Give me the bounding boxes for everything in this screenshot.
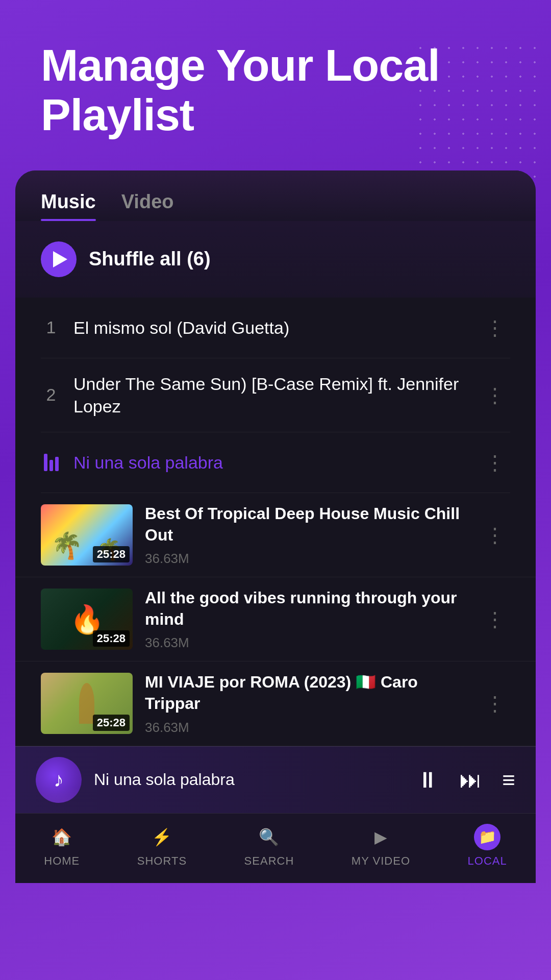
equalizer-icon [41,454,61,471]
track-title: Under The Same Sun) [B-Case Remix] ft. J… [73,373,468,418]
track-more-button[interactable]: ⋮ [481,519,510,551]
list-item[interactable]: 25:28 Best Of Tropical Deep House Music … [15,493,536,577]
page-title: Manage Your Local Playlist [41,41,520,140]
track-more-button[interactable]: ⋮ [481,447,510,478]
track-title: El mismo sol (David Guetta) [73,316,468,339]
pause-button[interactable]: ⏸ [416,767,439,793]
nav-item-local[interactable]: 📁 LOCAL [468,824,507,868]
track-info: Under The Same Sun) [B-Case Remix] ft. J… [73,373,468,418]
track-size: 36.63M [145,551,468,567]
list-item[interactable]: 1 El mismo sol (David Guetta) ⋮ [41,298,510,358]
track-info: All the good vibes running through your … [145,587,468,651]
track-size: 36.63M [145,635,468,651]
track-duration: 25:28 [93,715,130,731]
header-section: Manage Your Local Playlist [0,0,551,170]
nav-item-search[interactable]: 🔍 SEARCH [244,824,294,868]
track-list: 1 El mismo sol (David Guetta) ⋮ 2 Under … [15,298,536,493]
nav-label-shorts: SHORTS [137,854,187,868]
nav-item-home[interactable]: 🏠 HOME [44,824,80,868]
list-item[interactable]: 25:28 MI VIAJE por ROMA (2023) 🇮🇹 Caro T… [15,662,536,746]
my-video-icon: ▶ [367,824,394,850]
track-duration: 25:28 [93,630,130,647]
track-more-button[interactable]: ⋮ [481,379,510,411]
tab-music[interactable]: Music [41,191,96,221]
track-thumbnail: 25:28 [41,504,133,566]
nav-label-my-video: MY VIDEO [352,854,410,868]
tab-video[interactable]: Video [121,191,174,221]
list-item[interactable]: 25:28 All the good vibes running through… [15,577,536,662]
list-item[interactable]: Ni una sola palabra ⋮ [41,432,510,493]
home-icon: 🏠 [48,824,75,850]
track-number: 1 [41,317,61,337]
track-title: Best Of Tropical Deep House Music Chill … [145,503,468,546]
track-thumbnail: 25:28 [41,673,133,734]
shorts-icon: ⚡ [148,824,175,850]
track-more-button[interactable]: ⋮ [481,312,510,344]
track-title: All the good vibes running through your … [145,587,468,630]
next-button[interactable]: ⏭ [459,767,482,793]
track-thumbnail: 25:28 [41,589,133,650]
track-title-playing: Ni una sola palabra [73,451,468,474]
track-duration: 25:28 [93,546,130,562]
waveform-decoration [36,788,82,803]
now-playing-title: Ni una sola palabra [94,770,404,789]
list-item[interactable]: 2 Under The Same Sun) [B-Case Remix] ft.… [41,358,510,432]
now-playing-bar: Ni una sola palabra ⏸ ⏭ ≡ [15,746,536,813]
track-title: MI VIAJE por ROMA (2023) 🇮🇹 Caro Trippar [145,672,468,714]
track-number: 2 [41,385,61,405]
bottom-navigation: 🏠 HOME ⚡ SHORTS 🔍 SEARCH ▶ MY VIDEO 📁 LO… [15,813,536,883]
playback-controls: ⏸ ⏭ ≡ [416,767,515,793]
shuffle-row[interactable]: Shuffle all (6) [15,221,536,298]
search-icon: 🔍 [256,824,282,850]
track-more-button[interactable]: ⋮ [481,603,510,635]
track-size: 36.63M [145,720,468,736]
track-info: Best Of Tropical Deep House Music Chill … [145,503,468,567]
tabs-container: Music Video [15,170,536,221]
nav-label-local: LOCAL [468,854,507,868]
queue-button[interactable]: ≡ [502,767,515,793]
track-info: MI VIAJE por ROMA (2023) 🇮🇹 Caro Trippar… [145,672,468,735]
nav-label-home: HOME [44,854,80,868]
nav-item-shorts[interactable]: ⚡ SHORTS [137,824,187,868]
track-more-button[interactable]: ⋮ [481,688,510,719]
main-card: Music Video Shuffle all (6) 1 El mismo s… [15,170,536,746]
track-info: Ni una sola palabra [73,451,468,474]
track-info: El mismo sol (David Guetta) [73,316,468,339]
nav-item-my-video[interactable]: ▶ MY VIDEO [352,824,410,868]
now-playing-thumbnail [36,757,82,803]
shuffle-button[interactable] [41,241,77,277]
local-icon: 📁 [474,824,500,850]
nav-label-search: SEARCH [244,854,294,868]
shuffle-label: Shuffle all (6) [89,248,211,270]
